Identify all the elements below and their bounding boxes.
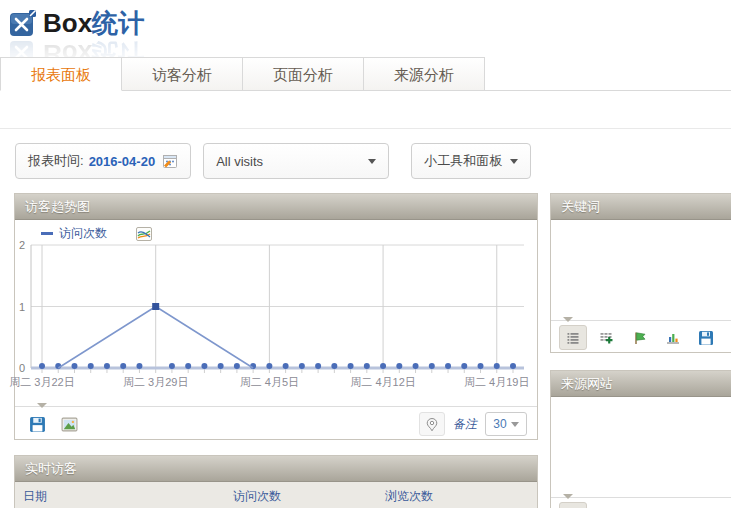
widget-referrer-websites: 来源网站 (550, 370, 731, 508)
export-data-icon[interactable] (25, 413, 49, 435)
keywords-view-controls (551, 321, 731, 354)
collapse-handle-icon[interactable] (563, 317, 573, 322)
widgets-button-label: 小工具和面板 (424, 152, 502, 170)
metric-picker-icon[interactable] (135, 226, 153, 242)
logo-box-icon (10, 10, 37, 37)
export-data-icon[interactable] (693, 503, 719, 508)
view-bar-chart-icon[interactable] (660, 326, 686, 349)
logo-text-box: Box (43, 8, 92, 38)
keywords-empty-body (551, 220, 731, 320)
caret-down-icon (368, 159, 376, 164)
view-goals-icon[interactable] (627, 326, 653, 349)
export-data-icon[interactable] (693, 326, 719, 349)
widget-realtime-visitors: 实时访客 日期 访问次数 浏览次数 (14, 455, 538, 508)
trend-chart-svg: 012周二 3月22日周二 3月29日周二 4月5日周二 4月12日周二 4月1… (15, 220, 537, 406)
referrers-empty-body (551, 397, 731, 497)
referrers-view-controls (551, 498, 731, 508)
tab-visitor-analysis[interactable]: 访客分析 (122, 57, 243, 90)
widget-referrers-header[interactable]: 来源网站 (551, 371, 731, 397)
realtime-table-header: 日期 访问次数 浏览次数 (15, 482, 537, 508)
section-divider (0, 128, 731, 129)
footer-divider (551, 320, 731, 321)
logo-text-stats: 统计 (92, 8, 144, 38)
legend-series-label: 访问次数 (59, 225, 107, 242)
x-axis-labels: 周二 3月22日周二 3月29日周二 4月5日周二 4月12日周二 4月19日 (9, 376, 529, 388)
view-table-icon[interactable] (559, 325, 587, 350)
tab-referrer-analysis[interactable]: 来源分析 (364, 57, 485, 90)
view-goals-icon[interactable] (627, 503, 653, 508)
rows-count-select[interactable]: 30 (485, 412, 527, 436)
widgets-and-dashboard-button[interactable]: 小工具和面板 (411, 143, 531, 179)
footer-divider (15, 406, 537, 407)
svg-text:1: 1 (19, 301, 25, 313)
segment-value: All visits (216, 154, 263, 169)
segment-selector[interactable]: All visits (203, 143, 389, 179)
main-tabs: 报表面板 访客分析 页面分析 来源分析 (0, 57, 731, 91)
export-controls (25, 413, 81, 435)
annotation-pin-icon[interactable] (419, 412, 445, 436)
widget-realtime-header[interactable]: 实时访客 (15, 456, 537, 482)
column-header-date[interactable]: 日期 (23, 482, 47, 508)
svg-text:周二 4月5日: 周二 4月5日 (240, 376, 299, 388)
date-range-value: 2016-04-20 (89, 154, 156, 169)
view-table-icon[interactable] (559, 502, 587, 508)
dashboard-page: Box统计 Box统计 报表面板 访客分析 页面分析 来源分析 报表时间: 20… (0, 0, 731, 508)
date-range-label: 报表时间: (28, 152, 84, 170)
widget-keywords-header[interactable]: 关键词 (551, 194, 731, 220)
svg-text:周二 3月22日: 周二 3月22日 (9, 376, 74, 388)
svg-text:周二 4月19日: 周二 4月19日 (464, 376, 529, 388)
chart-gridlines (31, 245, 524, 373)
filter-bar: 报表时间: 2016-04-20 All visits 小工具和面板 (15, 143, 531, 181)
visits-evolution-chart: 访问次数 012周二 3月22日周二 3月29日周二 4月5日周二 4月12日周… (15, 220, 537, 406)
collapse-handle-icon[interactable] (563, 494, 573, 499)
widget-keywords: 关键词 (550, 193, 731, 353)
chart-options: 备注 30 (419, 412, 527, 436)
view-all-columns-icon[interactable] (594, 326, 620, 349)
caret-down-icon (510, 159, 518, 164)
export-image-icon[interactable] (57, 413, 81, 435)
trend-footer: 备注 30 (15, 407, 537, 441)
chart-legend: 访问次数 (41, 225, 153, 242)
view-all-columns-icon[interactable] (594, 503, 620, 508)
y-axis-labels: 012 (19, 239, 25, 374)
legend-line-swatch (41, 232, 53, 235)
column-header-pageviews[interactable]: 浏览次数 (385, 482, 433, 508)
peak-marker (152, 303, 159, 310)
tab-page-analysis[interactable]: 页面分析 (243, 57, 364, 90)
svg-text:2: 2 (19, 239, 25, 251)
calendar-icon (162, 153, 178, 169)
view-bar-chart-icon[interactable] (660, 503, 686, 508)
annotations-link[interactable]: 备注 (453, 416, 477, 433)
collapse-handle-icon[interactable] (37, 403, 47, 408)
date-range-button[interactable]: 报表时间: 2016-04-20 (15, 143, 191, 179)
widget-visits-trend: 访客趋势图 访问次数 012周二 3月22日周二 3月29日周二 4月5日周二 … (14, 193, 538, 440)
column-header-visits[interactable]: 访问次数 (233, 482, 281, 508)
widget-visits-trend-header[interactable]: 访客趋势图 (15, 194, 537, 220)
svg-text:0: 0 (19, 362, 25, 374)
tab-report-dashboard[interactable]: 报表面板 (0, 57, 122, 91)
svg-text:周二 4月12日: 周二 4月12日 (350, 376, 415, 388)
svg-text:周二 3月29日: 周二 3月29日 (123, 376, 188, 388)
caret-down-icon (511, 422, 519, 427)
logo-area: Box统计 Box统计 (10, 6, 144, 41)
rows-count-value: 30 (493, 417, 506, 431)
footer-divider (551, 497, 731, 498)
